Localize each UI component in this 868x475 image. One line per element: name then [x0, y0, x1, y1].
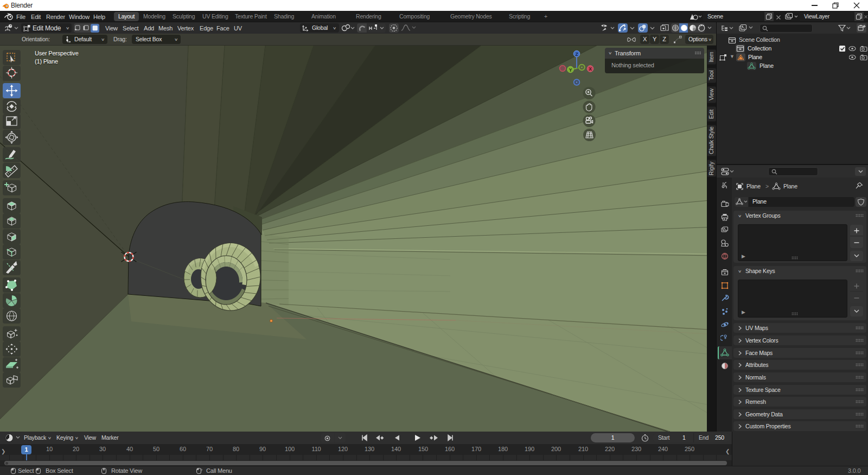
svg-text:Y: Y	[569, 67, 572, 73]
svg-text:X: X	[589, 66, 592, 72]
svg-text:Z: Z	[576, 52, 578, 57]
